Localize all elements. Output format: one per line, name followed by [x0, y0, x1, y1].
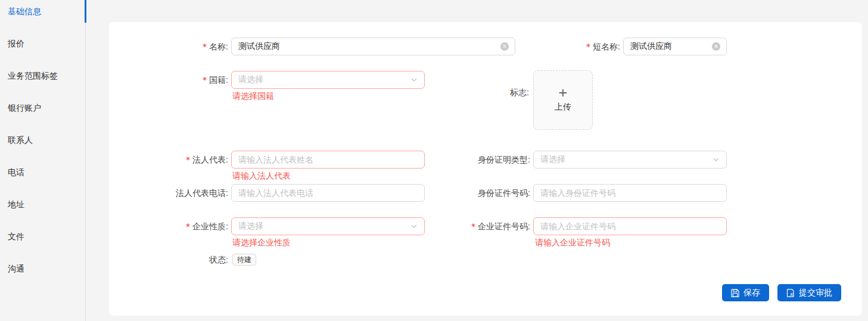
company-nature-select[interactable]: 请选择 — [231, 217, 425, 235]
legal-rep-error: 请输入法人代表 — [232, 171, 291, 180]
sidebar: 基础信息 报价 业务范围标签 银行账户 联系人 电话 地址 文件 沟通 — [0, 0, 86, 321]
id-type-label: 身份证明类型: — [411, 151, 530, 169]
sidebar-item-basic-info[interactable]: 基础信息 — [8, 5, 41, 17]
name-input-wrapper: × — [231, 38, 515, 55]
company-nature-placeholder: 请选择 — [232, 221, 410, 232]
company-cert-no-label: *企业证件号码: — [411, 217, 530, 235]
legal-rep-input[interactable] — [232, 151, 424, 168]
chevron-down-icon — [410, 76, 418, 83]
clear-short-name-icon[interactable]: × — [712, 42, 720, 51]
sidebar-item-business-scope-tags[interactable]: 业务范围标签 — [8, 70, 58, 82]
nationality-error: 请选择国籍 — [232, 91, 274, 101]
sidebar-item-address[interactable]: 地址 — [8, 198, 24, 210]
nationality-select[interactable]: 请选择 — [231, 71, 425, 89]
upload-text: 上传 — [555, 102, 571, 113]
required-mark: * — [203, 42, 207, 51]
required-mark: * — [586, 42, 590, 51]
active-tab-indicator — [85, 0, 86, 23]
company-cert-no-error: 请输入企业证件号码 — [535, 238, 610, 247]
status-badge: 待建 — [232, 254, 256, 266]
id-type-select[interactable]: 请选择 — [533, 151, 727, 169]
required-mark: * — [471, 222, 475, 231]
nationality-label: *国籍: — [109, 71, 228, 89]
id-number-input-wrapper — [533, 184, 727, 202]
id-number-input[interactable] — [534, 185, 726, 201]
save-button[interactable]: 保存 — [722, 284, 769, 301]
short-name-label: *短名称: — [501, 38, 620, 55]
legal-rep-label: *法人代表: — [109, 151, 228, 169]
logo-label: 标志: — [410, 83, 529, 101]
logo-upload-box[interactable]: + 上传 — [533, 70, 593, 130]
sidebar-item-contacts[interactable]: 联系人 — [8, 134, 33, 146]
save-icon — [731, 289, 739, 297]
id-type-placeholder: 请选择 — [534, 154, 713, 165]
name-input[interactable] — [232, 38, 500, 55]
status-label: 状态: — [109, 251, 228, 269]
company-nature-label: *企业性质: — [109, 217, 228, 235]
legal-rep-phone-input[interactable] — [232, 185, 424, 201]
submit-approval-button[interactable]: 提交审批 — [777, 284, 841, 301]
sidebar-item-quote[interactable]: 报价 — [8, 38, 24, 49]
company-cert-no-input-wrapper — [533, 217, 727, 235]
required-mark: * — [203, 75, 207, 85]
legal-rep-phone-label: 法人代表电话: — [109, 184, 228, 202]
short-name-input-wrapper: × — [623, 38, 727, 55]
basic-info-form-card: *名称: × *短名称: × *国籍: 请选择 请选择国籍 标志: + 上传 *… — [109, 22, 862, 316]
short-name-input[interactable] — [624, 38, 712, 55]
company-cert-no-input[interactable] — [534, 218, 726, 235]
nationality-placeholder: 请选择 — [232, 74, 410, 85]
required-mark: * — [186, 155, 190, 164]
legal-rep-input-wrapper — [231, 151, 425, 169]
required-mark: * — [186, 222, 190, 231]
sidebar-item-bank-account[interactable]: 银行账户 — [8, 102, 41, 114]
form-actions: 保存 提交审批 — [722, 284, 841, 301]
company-nature-error: 请选择企业性质 — [232, 238, 291, 247]
submit-approval-icon — [786, 289, 795, 297]
name-label: *名称: — [109, 38, 228, 55]
plus-icon: + — [558, 88, 568, 97]
sidebar-item-communication[interactable]: 沟通 — [8, 263, 24, 275]
legal-rep-phone-input-wrapper — [231, 184, 425, 202]
chevron-down-icon — [713, 156, 720, 163]
id-number-label: 身份证件号码: — [411, 184, 530, 202]
sidebar-item-phone[interactable]: 电话 — [8, 166, 24, 178]
sidebar-item-files[interactable]: 文件 — [8, 230, 24, 242]
